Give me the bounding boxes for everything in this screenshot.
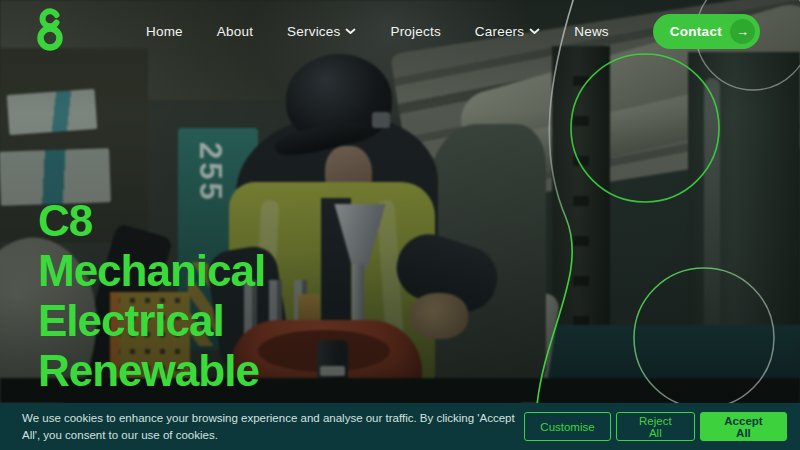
chevron-down-icon — [345, 28, 356, 35]
cookie-buttons: Customise Reject All Accept All — [524, 412, 787, 441]
cookie-banner: We use cookies to enhance your browsing … — [0, 403, 800, 450]
nav-list: Home About Services Projects Careers — [146, 0, 609, 62]
hero-heading: C8 Mechanical Electrical Renewable — [38, 196, 265, 396]
contact-label: Contact — [670, 24, 722, 39]
hero-heading-line: Electrical — [38, 296, 265, 346]
nav-label: Careers — [475, 24, 524, 39]
contact-button[interactable]: Contact → — [653, 14, 760, 49]
nav-label: News — [574, 24, 609, 39]
hero-heading-line: Mechanical — [38, 246, 265, 296]
cookie-message: We use cookies to enhance your browsing … — [22, 410, 524, 443]
logo-bottom-loop — [41, 29, 60, 48]
nav-item-news[interactable]: News — [574, 24, 609, 39]
nav-label: About — [217, 24, 253, 39]
reject-all-button[interactable]: Reject All — [616, 412, 695, 441]
hero-heading-line: Renewable — [38, 346, 265, 396]
nav-item-services[interactable]: Services — [287, 24, 356, 39]
nav-item-home[interactable]: Home — [146, 24, 183, 39]
nav-item-projects[interactable]: Projects — [390, 24, 440, 39]
nav-label: Projects — [390, 24, 440, 39]
arrow-right-icon: → — [730, 19, 755, 44]
logo-top-loop — [43, 11, 57, 26]
chevron-down-icon — [529, 28, 540, 35]
nav-label: Home — [146, 24, 183, 39]
c8-logo[interactable] — [36, 8, 66, 54]
top-navigation: Home About Services Projects Careers — [0, 0, 800, 62]
nav-label: Services — [287, 24, 340, 39]
page: 255 — [0, 0, 800, 450]
accept-all-button[interactable]: Accept All — [700, 412, 787, 441]
customise-button[interactable]: Customise — [524, 412, 610, 441]
nav-item-about[interactable]: About — [217, 24, 253, 39]
nav-item-careers[interactable]: Careers — [475, 24, 540, 39]
hero-heading-line: C8 — [38, 196, 265, 246]
